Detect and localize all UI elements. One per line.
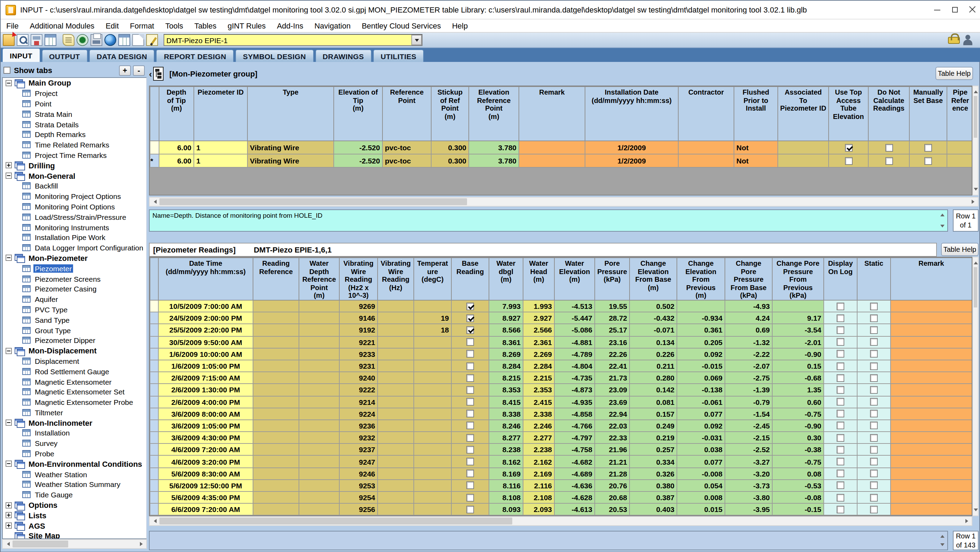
cell[interactable] xyxy=(857,431,891,444)
cell[interactable] xyxy=(857,324,891,336)
collapse-icon[interactable] xyxy=(6,461,12,467)
checkbox-icon[interactable] xyxy=(870,386,878,394)
entity-selector-combobox[interactable]: DMT-Piezo EPIE-1 xyxy=(164,34,423,46)
cell[interactable]: 0.226 xyxy=(630,348,677,360)
menu-item-format[interactable]: Format xyxy=(124,20,160,31)
cell[interactable]: -0.68 xyxy=(772,372,824,384)
cell[interactable]: 0.134 xyxy=(630,336,677,348)
cell[interactable]: 2.277 xyxy=(523,431,554,444)
checkbox-icon[interactable] xyxy=(870,398,878,406)
cell[interactable]: 0.054 xyxy=(677,480,725,492)
cell[interactable]: -5.086 xyxy=(554,324,595,336)
checkbox-icon[interactable] xyxy=(870,434,878,441)
export-globe-icon[interactable] xyxy=(104,34,116,46)
column-header[interactable]: Manually Set Base xyxy=(909,87,947,141)
column-header[interactable]: Piezometer ID xyxy=(194,87,247,141)
cell[interactable]: 9254 xyxy=(339,492,378,503)
cell[interactable]: -4.93 xyxy=(725,300,772,312)
cell[interactable] xyxy=(857,408,891,419)
cell[interactable] xyxy=(824,396,857,408)
row-selector[interactable] xyxy=(150,431,158,444)
cell[interactable]: 30/5/2009 9:50:00 AM xyxy=(158,336,253,348)
checkbox-icon[interactable] xyxy=(466,446,474,454)
cell[interactable] xyxy=(857,456,891,468)
row-selector[interactable] xyxy=(150,420,158,431)
checkbox-icon[interactable] xyxy=(466,458,474,465)
scroll-right-icon[interactable] xyxy=(137,540,146,548)
cell[interactable] xyxy=(378,372,414,384)
tree-group-row[interactable]: Mon-Inclinometer xyxy=(3,418,146,428)
cell[interactable]: 19.55 xyxy=(595,300,630,312)
cell[interactable] xyxy=(299,420,339,431)
cell[interactable]: 2.269 xyxy=(523,348,554,360)
checkbox-icon[interactable] xyxy=(466,482,474,489)
column-header[interactable]: Temperat ure (degC) xyxy=(414,258,451,300)
cell[interactable] xyxy=(451,312,489,324)
sidebar-item-monitoring-instruments[interactable]: Monitoring Instruments xyxy=(3,222,146,232)
cell[interactable]: -4.766 xyxy=(554,420,595,431)
cell[interactable] xyxy=(378,348,414,360)
cell[interactable]: 9236 xyxy=(339,420,378,431)
cell[interactable]: 0.403 xyxy=(630,503,677,515)
checkbox-icon[interactable] xyxy=(466,493,474,501)
cell[interactable]: 4/6/2009 3:20:00 PM xyxy=(158,456,253,468)
cell[interactable]: 3.780 xyxy=(469,141,519,154)
cell[interactable]: -1.39 xyxy=(725,384,772,396)
cell[interactable]: 21.96 xyxy=(595,444,630,456)
cell[interactable]: Not xyxy=(734,141,778,154)
report-icon[interactable] xyxy=(63,34,75,46)
sidebar-item-tide-gauge[interactable]: Tide Gauge xyxy=(3,490,146,500)
cell[interactable]: 2.361 xyxy=(523,336,554,348)
cell[interactable] xyxy=(857,492,891,503)
cell[interactable] xyxy=(378,336,414,348)
tab-utilities[interactable]: UTILITIES xyxy=(373,49,424,62)
cell[interactable] xyxy=(253,492,299,503)
tab-data-design[interactable]: DATA DESIGN xyxy=(89,49,155,62)
cell[interactable]: 3/6/2009 1:05:00 PM xyxy=(158,420,253,431)
cell[interactable]: 2/6/2009 4:00:00 PM xyxy=(158,396,253,408)
column-header[interactable]: Type xyxy=(247,87,334,141)
cell[interactable] xyxy=(451,372,489,384)
sidebar-item-magnetic-extensometer[interactable]: Magnetic Extensometer xyxy=(3,376,146,387)
tree-expand-all-button[interactable]: + xyxy=(119,65,131,76)
row-selector[interactable] xyxy=(150,456,158,468)
show-tabs-checkbox[interactable] xyxy=(3,67,10,74)
cell[interactable] xyxy=(253,384,299,396)
tree-collapse-all-button[interactable]: - xyxy=(133,65,145,76)
cell[interactable]: 8.093 xyxy=(489,503,523,515)
cell[interactable]: -5.447 xyxy=(554,312,595,324)
cell[interactable]: 2.246 xyxy=(523,420,554,431)
cell[interactable]: 21.21 xyxy=(595,456,630,468)
cell[interactable]: -2.22 xyxy=(725,348,772,360)
cell[interactable]: Not xyxy=(734,154,778,167)
cell[interactable]: -0.015 xyxy=(677,360,725,372)
tree-group-row[interactable]: Drilling xyxy=(3,160,146,171)
checkbox-icon[interactable] xyxy=(837,314,844,322)
checkbox-icon[interactable] xyxy=(837,302,844,310)
cell[interactable] xyxy=(891,396,972,408)
cell[interactable] xyxy=(857,336,891,348)
cell[interactable] xyxy=(253,360,299,372)
cell[interactable] xyxy=(857,300,891,312)
cell[interactable] xyxy=(378,431,414,444)
cell[interactable] xyxy=(824,492,857,503)
cell[interactable]: -3.80 xyxy=(725,492,772,503)
cell[interactable] xyxy=(378,408,414,419)
cell[interactable]: -4.873 xyxy=(554,384,595,396)
sidebar-item-monitoring-project-options[interactable]: Monitoring Project Options xyxy=(3,191,146,202)
readings-vscrollbar[interactable] xyxy=(972,257,978,516)
cell[interactable]: -0.031 xyxy=(677,431,725,444)
cell[interactable]: 0.077 xyxy=(677,456,725,468)
cell[interactable]: -3.95 xyxy=(725,503,772,515)
cell[interactable] xyxy=(451,492,489,503)
cell[interactable] xyxy=(378,312,414,324)
cell[interactable] xyxy=(451,396,489,408)
cell[interactable]: -1.32 xyxy=(725,336,772,348)
cell[interactable] xyxy=(299,348,339,360)
cell[interactable]: 1/2/2009 xyxy=(585,154,678,167)
menu-item-add-ins[interactable]: Add-Ins xyxy=(272,20,309,31)
tab-report-design[interactable]: REPORT DESIGN xyxy=(156,49,234,62)
sidebar-item-grout-type[interactable]: Grout Type xyxy=(3,325,146,335)
row-selector[interactable] xyxy=(150,492,158,503)
row-selector[interactable]: * xyxy=(150,154,159,167)
